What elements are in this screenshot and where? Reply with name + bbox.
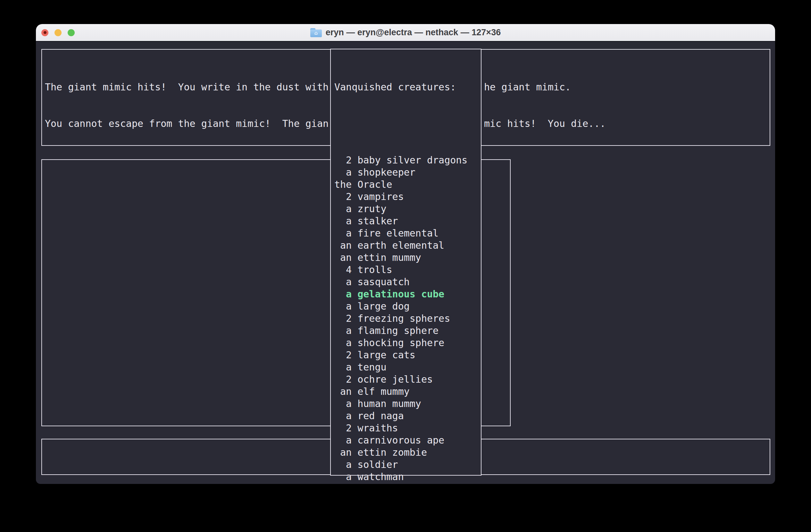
menu-item: an ettin zombie	[334, 447, 473, 459]
menu-item: 4 trolls	[334, 264, 473, 276]
menu-item: a carnivorous ape	[334, 434, 473, 447]
menu-item: 3 crocodiles	[334, 483, 473, 484]
menu-item: a shocking sphere	[334, 337, 473, 349]
window-title: ⌂ eryn — eryn@electra — nethack — 127×36	[310, 28, 501, 37]
menu-item: 2 baby silver dragons	[334, 154, 473, 166]
menu-item: a soldier	[334, 459, 473, 471]
menu-item: 2 large cats	[334, 349, 473, 361]
message-text-left: The giant mimic hits! You write in the d…	[45, 57, 328, 154]
menu-item: a gelatinous cube	[334, 288, 473, 300]
menu-item: the Oracle	[334, 178, 473, 191]
close-button[interactable]	[41, 29, 48, 36]
zoom-button[interactable]	[67, 29, 75, 36]
menu-item: an earth elemental	[334, 239, 473, 252]
menu-item: 2 wraiths	[334, 422, 473, 434]
menu-item: a red naga	[334, 410, 473, 422]
menu-item: a stalker	[334, 215, 473, 227]
menu-item: a sasquatch	[334, 276, 473, 288]
menu-item: a large dog	[334, 300, 473, 312]
close-modified-dot	[44, 31, 46, 34]
blank-line	[334, 118, 473, 130]
menu-item: 2 ochre jellies	[334, 373, 473, 386]
menu-item: a watchman	[334, 471, 473, 483]
folder-icon: ⌂	[310, 28, 322, 37]
traffic-lights	[41, 24, 75, 41]
vanquished-menu-window: Vanquished creatures: 2 baby silver drag…	[330, 49, 481, 475]
menu-item: an elf mummy	[334, 386, 473, 398]
menu-item: a flaming sphere	[334, 325, 473, 337]
terminal-window[interactable]: ⌂ eryn — eryn@electra — nethack — 127×36…	[36, 24, 775, 484]
desktop: ⌂ eryn — eryn@electra — nethack — 127×36…	[0, 0, 811, 532]
window-title-text: eryn — eryn@electra — nethack — 127×36	[326, 28, 501, 37]
minimize-button[interactable]	[55, 29, 62, 36]
title-bar[interactable]: ⌂ eryn — eryn@electra — nethack — 127×36	[36, 24, 775, 42]
menu-items: 2 baby silver dragons a shopkeeperthe Or…	[334, 154, 473, 484]
home-icon: ⌂	[314, 31, 318, 35]
message-text-right: he giant mimic. mic hits! You die...	[484, 57, 606, 154]
menu-item: a zruty	[334, 203, 473, 215]
terminal-screen[interactable]: The giant mimic hits! You write in the d…	[36, 42, 775, 484]
message-line: mic hits! You die...	[484, 118, 606, 130]
menu-item: a tengu	[334, 361, 473, 373]
menu-item: a human mummy	[334, 398, 473, 410]
message-line: You cannot escape from the giant mimic! …	[45, 118, 328, 130]
menu-item: 2 vampires	[334, 191, 473, 203]
menu-title: Vanquished creatures:	[334, 81, 473, 93]
message-line: he giant mimic.	[484, 81, 606, 93]
menu-item: a shopkeeper	[334, 166, 473, 178]
menu-item: a fire elemental	[334, 227, 473, 239]
vanquished-menu-content: Vanquished creatures: 2 baby silver drag…	[334, 57, 473, 484]
message-line: The giant mimic hits! You write in the d…	[45, 81, 328, 93]
menu-item: 2 freezing spheres	[334, 312, 473, 325]
menu-item: an ettin mummy	[334, 252, 473, 264]
